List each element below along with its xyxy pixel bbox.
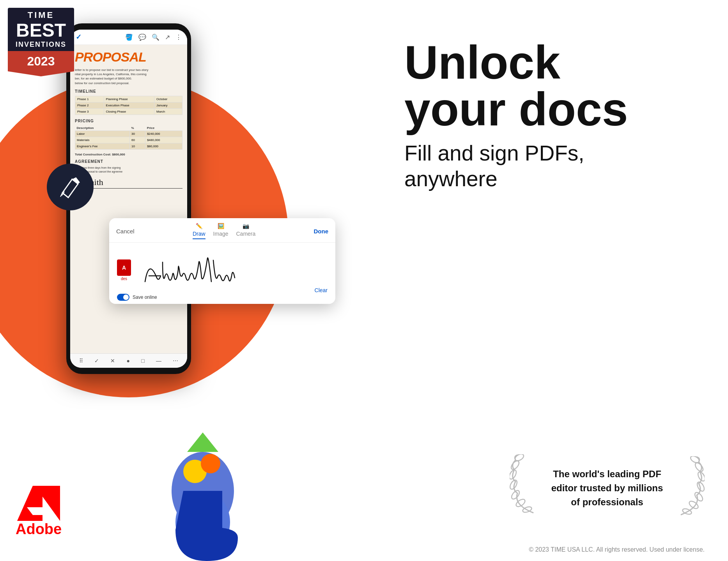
clear-button[interactable]: Clear	[315, 287, 328, 293]
price-header: Price	[145, 125, 182, 131]
draw-icon: ✏️	[196, 223, 202, 229]
more-icon: ⋮	[175, 34, 182, 41]
pdf-label: des	[121, 277, 127, 281]
dialog-tabs: ✏️ Draw 🖼️ Image 📷 Camera	[193, 223, 255, 239]
dialog-topbar: Cancel ✏️ Draw 🖼️ Image 📷 Camera Done	[109, 218, 335, 243]
tab-draw[interactable]: ✏️ Draw	[193, 223, 205, 239]
price-cell: $80,000	[145, 143, 182, 149]
save-online-label: Save online	[133, 295, 157, 300]
total-cost: Total Construction Cost: $800,000	[75, 153, 182, 156]
headline-line1: Unlock	[404, 36, 560, 88]
month-cell: March	[154, 108, 182, 115]
svg-point-9	[694, 462, 704, 473]
x-icon: ✕	[110, 358, 115, 364]
figure-svg	[144, 413, 261, 561]
table-header-row: Description % Price	[75, 125, 182, 131]
phase-cell: Phase 1	[75, 96, 104, 102]
phase-cell: Phase 2	[75, 102, 104, 108]
table-row: Phase 2 Execution Phase January	[75, 102, 182, 108]
minus-icon: —	[156, 358, 161, 364]
phone-topbar-icons: 🪣 💬 🔍 ↗ ⋮	[125, 34, 182, 41]
pct-header: %	[130, 125, 145, 131]
time-inventions-label: INVENTIONS	[8, 40, 74, 51]
signature-dialog: Cancel ✏️ Draw 🖼️ Image 📷 Camera Done A …	[109, 218, 335, 304]
decorative-figure	[144, 413, 261, 561]
edit-icon-circle	[47, 164, 94, 210]
signature-svg	[137, 251, 309, 289]
proposal-body: letter is to propose our bid to construc…	[75, 68, 182, 85]
svg-point-2	[510, 460, 520, 471]
price-cell: $240,000	[145, 131, 182, 137]
pct-cell: 30	[130, 131, 145, 137]
laurel-left-icon	[510, 454, 541, 522]
adobe-logo: Adobe	[16, 486, 62, 538]
done-button[interactable]: Done	[314, 228, 329, 235]
pct-cell: 10	[130, 143, 145, 149]
desc-cell: Planning Phase	[104, 96, 154, 102]
svg-point-5	[510, 489, 521, 501]
dialog-signature-area: A des Clear	[109, 243, 335, 297]
signature-canvas	[137, 251, 328, 289]
agreement-text: Client has three days from the signing t…	[75, 166, 182, 174]
comment-icon: 💬	[138, 34, 146, 41]
table-row: Materials 60 $480,000	[75, 137, 182, 143]
desc-cell: Labor	[75, 131, 130, 137]
tab-camera[interactable]: 📷 Camera	[236, 223, 256, 239]
adobe-a-icon	[17, 486, 60, 521]
image-icon: 🖼️	[218, 223, 224, 229]
desc-cell: Execution Phase	[104, 102, 154, 108]
month-cell: January	[154, 102, 182, 108]
proposal-title: PROPOSAL	[75, 49, 182, 65]
toggle-icon[interactable]	[117, 294, 129, 301]
timeline-table: Phase 1 Planning Phase October Phase 2 E…	[75, 96, 182, 115]
check-icon: ✓	[76, 33, 81, 41]
sub-headline: Fill and sign PDFs,anywhere	[404, 140, 697, 192]
check-bottom-icon: ✓	[94, 358, 99, 364]
time-year-label: 2023	[8, 51, 74, 76]
laurel-right-icon	[673, 456, 705, 520]
time-label: TIME	[8, 8, 74, 21]
svg-point-12	[693, 491, 704, 503]
cancel-button[interactable]: Cancel	[116, 228, 135, 235]
desc-cell: Closing Phase	[104, 108, 154, 115]
time-badge: TIME BEST INVENTIONS 2023	[8, 8, 74, 76]
phase-cell: Phase 3	[75, 108, 104, 115]
adobe-pdf-icon: A	[117, 259, 131, 276]
laurel-left-svg	[510, 454, 541, 517]
adobe-wordmark: Adobe	[16, 521, 62, 538]
headline-line2: your docs	[404, 83, 628, 135]
time-best-label: BEST	[8, 21, 74, 40]
share-icon: ↗	[165, 34, 170, 41]
table-row: Labor 30 $240,000	[75, 131, 182, 137]
more-bottom-icon: ⋯	[173, 358, 178, 364]
tab-image[interactable]: 🖼️ Image	[213, 223, 228, 239]
phone-bottombar: ⠿ ✓ ✕ ● □ — ⋯	[70, 353, 187, 368]
desc-header: Description	[75, 125, 130, 131]
table-row: Phase 1 Planning Phase October	[75, 96, 182, 102]
right-content: Unlock your docs Fill and sign PDFs,anyw…	[404, 39, 697, 192]
phone-topbar: ✓ 🪣 💬 🔍 ↗ ⋮	[70, 30, 187, 45]
desc-cell: Engineer's Fee	[75, 143, 130, 149]
dots-icon: ⠿	[79, 358, 83, 364]
pricing-title: PRICING	[75, 119, 182, 123]
search-icon: 🔍	[152, 34, 159, 41]
timeline-title: TIMELINE	[75, 89, 182, 94]
award-badge: The world's leading PDFeditor trusted by…	[510, 454, 705, 522]
rect-icon: □	[141, 358, 144, 364]
camera-icon: 📷	[243, 223, 249, 229]
agreement-title: AGREEMENT	[75, 159, 182, 164]
award-text: The world's leading PDFeditor trusted by…	[545, 467, 670, 509]
save-online-toggle[interactable]: Save online	[117, 294, 157, 301]
desc-cell: Materials	[75, 137, 130, 143]
copyright: © 2023 TIME USA LLC. All rights reserved…	[529, 546, 705, 553]
price-cell: $480,000	[145, 137, 182, 143]
pct-cell: 60	[130, 137, 145, 143]
fill-icon: 🪣	[125, 34, 133, 41]
table-row: Phase 3 Closing Phase March	[75, 108, 182, 115]
main-headline: Unlock your docs	[404, 39, 697, 132]
pricing-table: Description % Price Labor 30 $240,000 Ma…	[75, 125, 182, 150]
svg-point-18	[201, 454, 220, 473]
laurel-right-svg	[673, 456, 705, 519]
pencil-icon	[58, 175, 82, 199]
table-row: Engineer's Fee 10 $80,000	[75, 143, 182, 149]
